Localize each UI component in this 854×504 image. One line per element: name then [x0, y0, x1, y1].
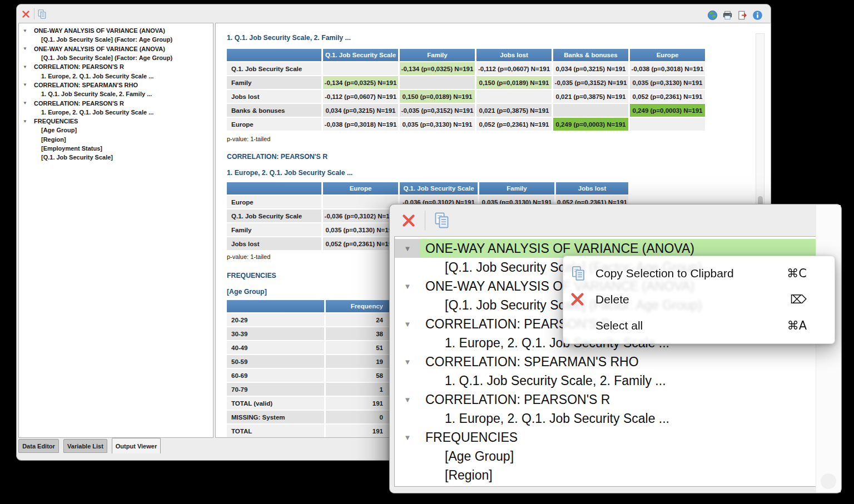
- table-cell: [323, 62, 398, 75]
- table-cell: 0,035 (p=0,3130) N=191: [400, 118, 475, 131]
- menu-item-delete[interactable]: Delete⌦: [563, 286, 835, 312]
- tree-item-label: 1. Europe, 2. Q.1. Job Security Scale ..…: [34, 109, 153, 116]
- section-heading-frequencies: FREQUENCIES: [227, 272, 276, 280]
- copy-button[interactable]: [37, 9, 47, 19]
- print-button[interactable]: [722, 10, 733, 21]
- delete-selection-button[interactable]: [401, 213, 416, 228]
- tree-item[interactable]: [Q.1. Job Security Scale] (Factor: Age G…: [19, 35, 213, 44]
- collapse-triangle-icon[interactable]: ▼: [19, 119, 34, 124]
- tree-item[interactable]: [Q.1. Job Security Scale]: [19, 153, 213, 162]
- row-label: MISSING: System: [227, 411, 324, 423]
- collapse-triangle-icon[interactable]: ▼: [19, 28, 34, 33]
- collapse-triangle-icon[interactable]: ▼: [19, 82, 34, 87]
- table-row: Q.1. Job Security Scale-0,134 (p=0,0325)…: [227, 62, 705, 75]
- copy-button[interactable]: [433, 211, 451, 229]
- menu-item-label: Select all: [595, 319, 643, 332]
- tree-item[interactable]: ▼FREQUENCIES: [19, 117, 213, 126]
- tree-item[interactable]: ▼ONE-WAY ANALYSIS OF VARIANCE (ANOVA): [395, 239, 836, 258]
- column-header: Q.1. Job Security Scale: [400, 182, 478, 194]
- row-label: Europe: [227, 118, 321, 131]
- copy-icon: [433, 211, 451, 229]
- tree-item[interactable]: 1. Europe, 2. Q.1. Job Security Scale ..…: [19, 71, 213, 80]
- collapse-triangle-icon[interactable]: ▼: [19, 46, 34, 51]
- tree-indent: [395, 296, 420, 315]
- collapse-triangle-icon[interactable]: ▼: [395, 239, 420, 258]
- tab-data-editor[interactable]: Data Editor: [18, 439, 59, 453]
- collapse-triangle-icon[interactable]: ▼: [395, 390, 420, 409]
- table-cell: [323, 196, 398, 208]
- column-header: Europe: [323, 182, 398, 194]
- tree-item[interactable]: ▼CORRELATION: PEARSON'S R: [19, 98, 213, 107]
- tree-item[interactable]: [Employment Status]: [19, 144, 213, 153]
- tree-item[interactable]: 1. Q.1. Job Security Scale, 2. Family ..…: [395, 371, 836, 390]
- tree-item[interactable]: 1. Europe, 2. Q.1. Job Security Scale ..…: [395, 409, 836, 428]
- tree-item-label: [Employment Status]: [34, 145, 102, 152]
- info-button[interactable]: [752, 10, 763, 21]
- tree-item[interactable]: [Age Group]: [395, 447, 836, 466]
- row-label: 20-29: [227, 313, 324, 326]
- table-cell: [630, 118, 705, 131]
- tree-item-label: [Q.1. Job Security Scale] (Factor: Age G…: [34, 36, 172, 43]
- row-label: Europe: [227, 196, 321, 208]
- tree-item-label: CORRELATION: PEARSON'S R: [420, 390, 836, 409]
- collapse-triangle-icon[interactable]: ▼: [395, 277, 420, 296]
- context-menu: Copy Selection to Clipbard⌘CDelete⌦Selec…: [563, 256, 835, 344]
- tree-item-label: FREQUENCIES: [420, 428, 836, 447]
- delete-selection-button[interactable]: [22, 10, 30, 18]
- delete-x-icon: [401, 213, 416, 228]
- table-row: Family-0,134 (p=0,0325) N=1910,150 (p=0,…: [227, 76, 705, 89]
- tab-variable-list[interactable]: Variable List: [63, 439, 107, 453]
- menu-item-copy-selection-to-clipbard[interactable]: Copy Selection to Clipbard⌘C: [563, 260, 835, 286]
- table-header-row: Q.1. Job Security ScaleFamilyJobs lostBa…: [227, 49, 705, 61]
- tree-item[interactable]: [Q.1. Job Security Scale] (Factor: Age G…: [19, 53, 213, 62]
- section-heading-pearson: CORRELATION: PEARSON'S R: [227, 153, 327, 161]
- tree-item[interactable]: [Age Group]: [19, 126, 213, 134]
- table-cell: 51: [326, 341, 391, 354]
- tree-item-label: CORRELATION: PEARSON'S R: [34, 100, 124, 107]
- collapse-triangle-icon[interactable]: ▼: [19, 101, 34, 106]
- row-label: Jobs lost: [227, 237, 321, 250]
- collapse-triangle-icon[interactable]: ▼: [395, 428, 420, 447]
- tree-item[interactable]: ▼CORRELATION: PEARSON'S R: [19, 62, 213, 71]
- column-header: Jobs lost: [476, 49, 552, 61]
- tree-item[interactable]: ▼ONE-WAY ANALYSIS OF VARIANCE (ANOVA): [19, 26, 213, 35]
- collapse-triangle-icon[interactable]: ▼: [395, 352, 420, 371]
- tab-output-viewer[interactable]: Output Viewer: [112, 438, 161, 453]
- tree-item-label: [Age Group]: [34, 127, 77, 133]
- tree-item[interactable]: [Region]: [395, 466, 836, 485]
- globe-button[interactable]: [707, 10, 718, 21]
- tree-item[interactable]: 1. Q.1. Job Security Scale, 2. Family ..…: [19, 89, 213, 98]
- toolbar-separator: [425, 211, 425, 231]
- main-toolbar: [17, 4, 771, 23]
- table-cell: 1: [326, 383, 391, 396]
- table-row: Europe-0,038 (p=0,3018) N=1910,035 (p=0,…: [227, 118, 705, 131]
- table-cell: -0,134 (p=0,0325) N=191: [323, 76, 398, 89]
- tree-item[interactable]: ▼CORRELATION: PEARSON'S R: [395, 390, 836, 409]
- collapse-triangle-icon[interactable]: ▼: [19, 64, 34, 69]
- table-cell: 0,034 (p=0,3215) N=191: [553, 62, 628, 75]
- tree-item[interactable]: ▼CORRELATION: SPEARMAN'S RHO: [19, 81, 213, 89]
- tree-indent: [395, 333, 420, 352]
- table1-title: 1. Q.1. Job Security Scale, 2. Family ..…: [227, 34, 351, 42]
- tree-item-label: ONE-WAY ANALYSIS OF VARIANCE (ANOVA): [420, 239, 836, 258]
- overlay-scrollbar[interactable]: [816, 205, 841, 492]
- collapse-triangle-icon[interactable]: ▼: [395, 315, 420, 333]
- menu-item-select-all[interactable]: Select all⌘A: [563, 312, 835, 338]
- tree-item-label: 1. Q.1. Job Security Scale, 2. Family ..…: [34, 91, 152, 97]
- tree-item[interactable]: [Region]: [19, 135, 213, 144]
- column-header: Jobs lost: [556, 182, 628, 194]
- tree-item[interactable]: ▼FREQUENCIES: [395, 428, 836, 447]
- export-button[interactable]: [737, 10, 748, 21]
- table-row: Jobs lost-0,112 (p=0,0607) N=1910,150 (p…: [227, 90, 705, 103]
- table-cell: 0,021 (p=0,3875) N=191: [476, 104, 552, 117]
- table-header-row: EuropeQ.1. Job Security ScaleFamilyJobs …: [227, 182, 628, 194]
- table-cell: -0,036 (p=0,3102) N=191: [323, 209, 398, 222]
- table-cell: 19: [326, 355, 391, 368]
- column-header: Family: [479, 182, 554, 194]
- scrollbar-thumb[interactable]: [821, 473, 836, 489]
- tree-item[interactable]: ▼CORRELATION: SPEARMAN'S RHO: [395, 352, 836, 371]
- tree-item-label: [Age Group]: [420, 447, 836, 466]
- tree-item[interactable]: ▼ONE-WAY ANALYSIS OF VARIANCE (ANOVA): [19, 44, 213, 53]
- print-icon: [722, 10, 733, 21]
- tree-item[interactable]: 1. Europe, 2. Q.1. Job Security Scale ..…: [19, 108, 213, 117]
